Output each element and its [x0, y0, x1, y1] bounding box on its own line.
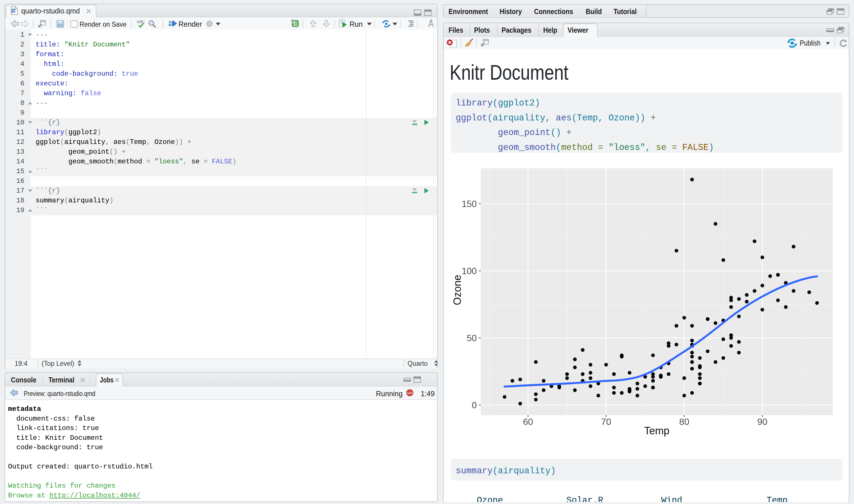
svg-text:70: 70 [601, 417, 611, 427]
svg-text:60: 60 [523, 417, 533, 427]
svg-text:100: 100 [462, 266, 477, 276]
svg-text:150: 150 [462, 199, 477, 209]
svg-text:STOP: STOP [407, 392, 413, 395]
svg-text:80: 80 [679, 417, 689, 427]
svg-text:Ozone: Ozone [451, 275, 463, 305]
svg-text:0: 0 [472, 400, 477, 410]
svg-text:50: 50 [467, 333, 477, 343]
svg-text:Temp: Temp [644, 425, 669, 437]
svg-text:90: 90 [757, 417, 767, 427]
